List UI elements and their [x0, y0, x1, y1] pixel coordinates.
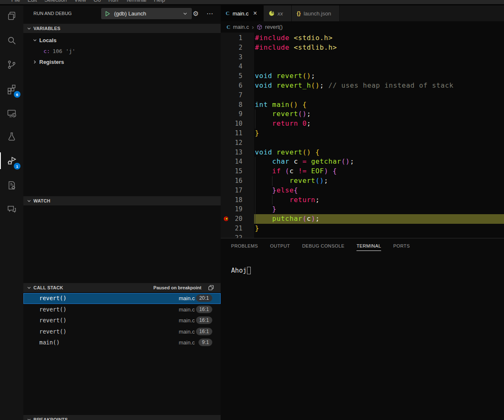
terminal-cursor: [247, 267, 251, 274]
code-text: }: [255, 205, 277, 214]
variables-section-header[interactable]: VARIABLES: [23, 24, 221, 33]
comments-icon: [6, 203, 17, 214]
code-line-14[interactable]: 14 char c = getchar();: [221, 157, 504, 167]
code-text: return;: [255, 195, 320, 205]
call-stack-frame[interactable]: revert()main.c16:1: [23, 326, 221, 337]
code-line-8[interactable]: 8int main() {: [221, 100, 504, 110]
menu-edit[interactable]: Edit: [24, 0, 41, 4]
line-number: 3: [221, 53, 242, 62]
code-line-13[interactable]: 13void revert() {: [221, 148, 504, 157]
line-number: 21: [221, 224, 242, 233]
menu-view[interactable]: View: [71, 0, 90, 4]
code-text: void revert();: [255, 71, 316, 81]
sidebar-title: RUN AND DEBUG: [33, 11, 72, 16]
panel-tab-terminal[interactable]: TERMINAL: [356, 243, 381, 251]
line-number: 18: [221, 195, 242, 205]
sidebar-item-explorer[interactable]: [0, 6, 23, 26]
code-line-5[interactable]: 5void revert();: [221, 71, 504, 81]
watch-header-label: WATCH: [33, 198, 51, 203]
code-line-21[interactable]: 21}: [221, 224, 504, 233]
restart-frame-icon[interactable]: [208, 285, 214, 291]
code-line-15[interactable]: 15 if (c != EOF) {: [221, 167, 504, 176]
breadcrumb-file[interactable]: C main.c: [227, 24, 249, 30]
call-stack-frame[interactable]: revert()main.c16:1: [23, 304, 221, 315]
breadcrumb-symbol[interactable]: revert(): [257, 24, 283, 30]
menu-go[interactable]: Go: [90, 0, 104, 4]
menu-selection[interactable]: Selection: [41, 0, 70, 4]
tab-label: xx: [277, 10, 283, 17]
sidebar-item-search[interactable]: [0, 30, 23, 51]
terminal-output-text: Ahoj: [231, 267, 247, 274]
tab-launch.json[interactable]: {}launch.json: [292, 5, 340, 21]
breakpoints-section-header[interactable]: BREAKPOINTS: [23, 415, 221, 420]
code-text: revert();: [255, 109, 311, 119]
panel-tab-output[interactable]: OUTPUT: [270, 243, 290, 251]
code-text: }else{: [255, 186, 298, 195]
frame-function: revert(): [39, 295, 66, 301]
gear-icon[interactable]: ⚙: [193, 8, 199, 19]
code-line-10[interactable]: 10 return 0;: [221, 119, 504, 129]
code-line-17[interactable]: 17 }else{: [221, 186, 504, 195]
terminal-output-line[interactable]: Ahoj: [231, 267, 251, 274]
watch-section-header[interactable]: WATCH: [23, 196, 221, 205]
variable-row[interactable]: c: 106 'j': [23, 46, 221, 56]
locals-tree-item[interactable]: Locals: [23, 35, 221, 46]
launch-config-dropdown[interactable]: (gdb) Launch: [101, 8, 192, 19]
code-editor[interactable]: 1#include <stdio.h>2#include <stdlib.h>3…: [221, 33, 504, 238]
line-number: 7: [221, 91, 242, 100]
code-text: return 0;: [255, 119, 311, 129]
tab-main.c[interactable]: Cmain.c×: [221, 5, 264, 21]
code-line-20[interactable]: 20 putchar(c);: [221, 214, 504, 224]
panel-tab-problems[interactable]: PROBLEMS: [231, 243, 258, 251]
line-number: 8: [221, 100, 242, 110]
panel-tab-debug-console[interactable]: DEBUG CONSOLE: [302, 243, 344, 251]
close-icon[interactable]: ×: [252, 10, 258, 17]
frame-position-badge: 16:1: [196, 316, 212, 324]
tab-xx[interactable]: xx: [264, 5, 292, 21]
code-line-9[interactable]: 9 revert();: [221, 109, 504, 119]
code-line-6[interactable]: 6void revert_h(); // uses heap instead o…: [221, 81, 504, 91]
chevron-down-icon: [27, 26, 31, 31]
call-stack-frame[interactable]: revert()main.c16:1: [23, 315, 221, 326]
line-number: 20: [221, 214, 242, 224]
code-text: void revert_h(); // uses heap instead of…: [255, 81, 453, 91]
registers-tree-item[interactable]: Registers: [23, 56, 221, 67]
code-line-1[interactable]: 1#include <stdio.h>: [221, 33, 504, 43]
c-file-icon: C: [226, 10, 229, 17]
panel-tab-bar: PROBLEMSOUTPUTDEBUG CONSOLETERMINALPORTS: [221, 238, 504, 251]
more-actions-icon[interactable]: ⋯: [206, 8, 213, 19]
code-line-22[interactable]: 22: [221, 233, 504, 238]
menu-run[interactable]: Run: [104, 0, 122, 4]
code-line-11[interactable]: 11}: [221, 129, 504, 138]
variable-value: 106 'j': [53, 48, 76, 54]
menu-terminal[interactable]: Terminal: [122, 0, 150, 4]
sidebar-item-comments[interactable]: [0, 199, 23, 219]
panel-tab-ports[interactable]: PORTS: [393, 243, 410, 251]
sidebar-item-remote-explorer[interactable]: [0, 103, 23, 123]
sidebar-item-testing[interactable]: [0, 127, 23, 147]
call-stack-section-header[interactable]: CALL STACK Paused on breakpoint: [23, 283, 221, 292]
code-line-2[interactable]: 2#include <stdlib.h>: [221, 43, 504, 53]
code-line-7[interactable]: 7: [221, 91, 504, 100]
code-line-4[interactable]: 4: [221, 62, 504, 71]
code-text: if (c != EOF) {: [255, 167, 337, 176]
frame-file: main.c: [179, 306, 195, 313]
call-stack-frame[interactable]: revert()main.c20:1: [23, 293, 221, 304]
code-line-19[interactable]: 19 }: [221, 205, 504, 214]
sidebar-item-extensions[interactable]: 6: [0, 79, 23, 99]
breadcrumb-file-label: main.c: [233, 24, 249, 30]
code-line-18[interactable]: 18 return;: [221, 195, 504, 205]
menu-help[interactable]: Help: [150, 0, 169, 4]
call-stack-frame[interactable]: main()main.c9:1: [23, 337, 221, 348]
sidebar-item-run-and-debug[interactable]: 1: [0, 151, 23, 171]
code-line-3[interactable]: 3: [221, 53, 504, 62]
tab-label: main.c: [232, 10, 248, 17]
line-number: 19: [221, 205, 242, 214]
code-line-16[interactable]: 16 revert();: [221, 176, 504, 186]
sidebar-item-build-tools[interactable]: [0, 175, 23, 195]
frame-function: revert(): [39, 317, 66, 324]
code-line-12[interactable]: 12: [221, 138, 504, 148]
menu-file[interactable]: File: [8, 0, 24, 4]
frame-position-badge: 9:1: [199, 339, 212, 346]
sidebar-item-source-control[interactable]: [0, 55, 23, 75]
